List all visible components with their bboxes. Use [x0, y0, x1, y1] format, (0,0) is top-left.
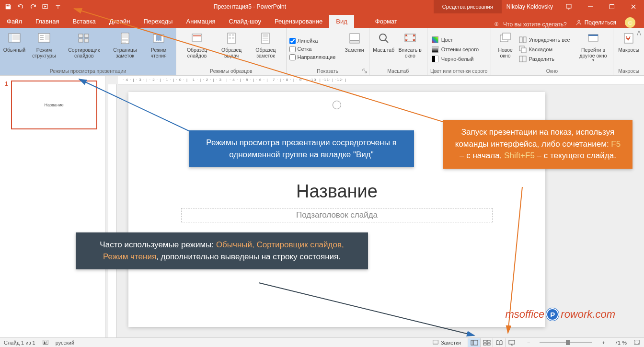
svg-rect-12 [84, 34, 89, 37]
color-button[interactable]: Цвет [430, 35, 488, 44]
zoom-percent[interactable]: 71 % [615, 340, 627, 346]
svg-rect-49 [483, 340, 486, 342]
fit-to-window-shortcut[interactable] [633, 339, 640, 347]
slide-sorter-button[interactable]: Сортировщик слайдов [62, 30, 106, 67]
notes-master-button[interactable]: Образец заметок [248, 30, 283, 67]
zoom-slider[interactable] [540, 342, 592, 343]
guides-checkbox[interactable]: Направляющие [289, 54, 342, 61]
start-from-beginning-icon[interactable] [39, 0, 52, 13]
svg-rect-23 [229, 37, 231, 39]
group-label: Макросы [616, 67, 641, 75]
svg-rect-51 [483, 343, 486, 345]
svg-rect-13 [79, 39, 83, 42]
gridlines-checkbox[interactable]: Сетка [289, 46, 342, 53]
group-label: Цвет или оттенки серого [430, 67, 488, 75]
ribbon-tabs: Файл Главная Вставка Дизайн Переходы Ани… [0, 13, 644, 28]
tab-home[interactable]: Главная [29, 15, 66, 28]
notes-toggle[interactable]: Заметки [432, 339, 461, 346]
cascade-button[interactable]: Каскадом [518, 45, 575, 54]
close-icon[interactable] [622, 0, 644, 13]
svg-point-29 [380, 34, 386, 41]
tab-slideshow[interactable]: Слайд-шоу [222, 15, 268, 28]
maximize-icon[interactable] [601, 0, 622, 13]
user-name[interactable]: Nikolay Koldovsky [502, 3, 558, 10]
svg-rect-27 [350, 34, 359, 40]
slideshow-shortcut[interactable] [505, 338, 518, 347]
normal-view-shortcut[interactable] [468, 338, 480, 347]
redo-icon[interactable] [27, 0, 39, 13]
callout-statusbar: Часто используемые режимы: Обычный, Сорт… [76, 232, 368, 269]
feedback-icon[interactable]: ☺ [625, 17, 635, 28]
svg-rect-10 [45, 35, 49, 40]
notes-page-button[interactable]: Страницы заметок [107, 30, 144, 67]
svg-rect-34 [523, 37, 526, 43]
vertical-ruler [108, 84, 117, 337]
rotation-handle-icon[interactable] [333, 101, 341, 109]
group-label: Окно [494, 67, 610, 75]
group-zoom: Масштаб Вписать в окно Масштаб [369, 28, 427, 75]
title-placeholder[interactable]: Название [181, 181, 493, 202]
arrange-all-button[interactable]: Упорядочить все [518, 35, 575, 44]
svg-rect-11 [79, 34, 83, 37]
slide-master-button[interactable]: Образец слайдов [179, 30, 215, 67]
handout-master-button[interactable]: Образец выдач [216, 30, 247, 67]
normal-view-button[interactable]: Обычный [3, 30, 26, 67]
subtitle-placeholder[interactable]: Подзаголовок слайда [181, 208, 493, 222]
outline-view-button[interactable]: Режим структуры [27, 30, 61, 67]
move-split-button[interactable]: Разделить [518, 55, 575, 63]
svg-rect-28 [350, 41, 359, 43]
tab-review[interactable]: Рецензирование [268, 15, 329, 28]
slide-thumbnails-pane[interactable]: 1 Название [0, 76, 105, 337]
svg-rect-2 [610, 5, 614, 9]
slide-thumbnail[interactable]: Название [11, 81, 97, 129]
black-white-button[interactable]: Черно-белый [430, 55, 488, 63]
tell-me-search[interactable]: Что вы хотите сделать? [494, 21, 567, 28]
group-label: Режимы просмотра презентации [3, 67, 173, 75]
notes-button[interactable]: Заметки [343, 30, 366, 67]
collapse-ribbon-icon[interactable]: ⋀ [637, 30, 641, 36]
grayscale-button[interactable]: Оттенки серого [430, 45, 488, 54]
svg-rect-16 [122, 34, 128, 38]
reading-view-button[interactable]: Режим чтения [144, 30, 173, 67]
svg-rect-8 [12, 35, 20, 40]
tab-view[interactable]: Вид [329, 15, 354, 28]
svg-rect-48 [473, 340, 478, 345]
reading-view-shortcut[interactable] [493, 338, 505, 347]
document-title: Презентация5 - PowerPoint [66, 3, 434, 10]
tab-animation[interactable]: Анимация [179, 15, 222, 28]
zoom-out-icon[interactable]: − [524, 340, 533, 346]
status-bar: Слайд 1 из 1 русский Заметки − + 71 % [0, 337, 644, 347]
callout-slideshow: Запуск презентации на показ, используя к… [443, 120, 632, 169]
new-window-button[interactable]: Новое окно [494, 30, 517, 67]
minimize-icon[interactable] [579, 0, 601, 13]
ribbon-options-icon[interactable] [558, 0, 579, 13]
title-bar: Презентация5 - PowerPoint Средства рисов… [0, 0, 644, 13]
zoom-in-icon[interactable]: + [599, 340, 608, 346]
qat-customize-icon[interactable] [52, 0, 64, 13]
sorter-view-shortcut[interactable] [480, 338, 493, 347]
zoom-button[interactable]: Масштаб [372, 30, 395, 67]
slide-editor[interactable]: · 4 · | · 3 · | · 2 · | · 1 · | · 0 · | … [105, 76, 644, 337]
svg-rect-45 [43, 340, 48, 344]
dialog-launcher-icon[interactable] [362, 68, 368, 74]
svg-rect-32 [503, 33, 510, 40]
svg-rect-46 [433, 340, 438, 344]
watermark: msofficeProwork.com [505, 308, 615, 321]
svg-point-4 [496, 23, 497, 25]
svg-rect-1 [566, 4, 571, 8]
tab-insert[interactable]: Вставка [66, 15, 102, 28]
language-indicator[interactable]: русский [56, 340, 74, 346]
ruler-checkbox[interactable]: Линейка [289, 37, 342, 45]
fit-to-window-button[interactable]: Вписать в окно [396, 30, 424, 67]
tab-transitions[interactable]: Переходы [137, 15, 179, 28]
tab-format[interactable]: Формат [368, 15, 404, 28]
tab-file[interactable]: Файл [0, 15, 29, 28]
undo-icon[interactable] [14, 0, 27, 13]
callout-views: Режимы просмотра презентации сосредоточе… [189, 130, 414, 167]
tab-design[interactable]: Дизайн [103, 15, 137, 28]
spellcheck-icon[interactable] [42, 339, 49, 347]
svg-rect-50 [487, 340, 490, 342]
share-button[interactable]: Поделиться [575, 19, 616, 26]
switch-windows-button[interactable]: Перейти в другое окно▾ [576, 30, 610, 67]
save-icon[interactable] [2, 0, 14, 13]
